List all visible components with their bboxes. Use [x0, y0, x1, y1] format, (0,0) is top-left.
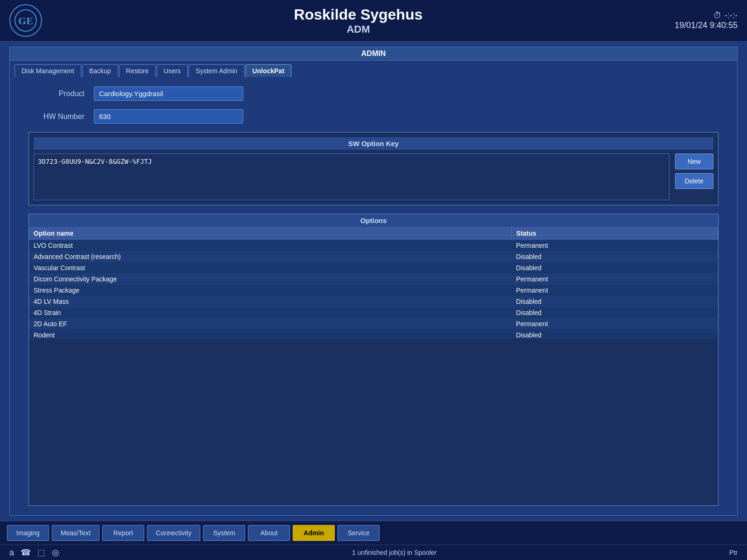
table-row[interactable]: Dicom Connectivity PackagePermanent — [29, 273, 718, 285]
option-name-cell: Rodent — [29, 329, 511, 339]
options-table-wrapper[interactable]: Option name Status LVO ContrastPermanent… — [29, 227, 718, 339]
delete-button[interactable]: Delete — [675, 173, 713, 189]
option-name-cell: LVO Contrast — [29, 240, 511, 251]
header-title: Roskilde Sygehus — [42, 6, 675, 23]
product-input[interactable] — [94, 86, 243, 101]
option-name-cell: Vascular Contrast — [29, 262, 511, 273]
nav-admin[interactable]: Admin — [293, 525, 335, 541]
tab-users[interactable]: Users — [157, 64, 188, 77]
header: GE Roskilde Sygehus ADM ⏱ -:-:- 19/01/24… — [0, 0, 747, 42]
main-area: ADMIN Disk Management Backup Restore Use… — [0, 42, 747, 520]
timer-icon: ⏱ — [713, 11, 722, 21]
option-status-cell: Permanent — [511, 273, 718, 285]
sw-option-inner: 3D723-G8UU9-N&C2V-8&GZW-%FJTJ New Delete — [34, 154, 713, 200]
hw-number-row: HW Number — [24, 109, 723, 124]
tabs-row: Disk Management Backup Restore Users Sys… — [10, 61, 737, 77]
panel-content: Product HW Number SW Option Key 3D723-G8… — [10, 77, 737, 515]
header-center: Roskilde Sygehus ADM — [42, 6, 675, 35]
status-bar: a ☎ ⬚ ◎ 1 unfinished job(s) in Spooler P… — [0, 545, 747, 560]
admin-panel: ADMIN Disk Management Backup Restore Use… — [9, 47, 738, 516]
table-row[interactable]: Vascular ContrastDisabled — [29, 262, 718, 273]
svg-text:GE: GE — [18, 15, 33, 27]
nav-connectivity[interactable]: Connectivity — [147, 525, 200, 541]
options-table: Option name Status LVO ContrastPermanent… — [29, 227, 718, 339]
header-subtitle: ADM — [42, 23, 675, 35]
nav-system[interactable]: System — [203, 525, 245, 541]
option-status-cell: Disabled — [511, 329, 718, 339]
col-option-name: Option name — [29, 227, 511, 240]
col-status: Status — [511, 227, 718, 240]
nav-about[interactable]: About — [248, 525, 290, 541]
option-status-cell: Disabled — [511, 251, 718, 262]
option-name-cell: 4D LV Mass — [29, 296, 511, 307]
table-row[interactable]: 4D StrainDisabled — [29, 307, 718, 318]
sw-option-title: SW Option Key — [34, 137, 713, 150]
tab-unlockpat[interactable]: UnlockPat — [246, 64, 291, 77]
table-row[interactable]: Advanced Contrast (research)Disabled — [29, 251, 718, 262]
status-icon-monitor[interactable]: ⬚ — [37, 547, 45, 558]
option-name-cell: 4D Strain — [29, 307, 511, 318]
table-row[interactable]: 2D Auto EFPermanent — [29, 318, 718, 329]
product-row: Product — [24, 86, 723, 101]
nav-service[interactable]: Service — [338, 525, 380, 541]
sw-option-section: SW Option Key 3D723-G8UU9-N&C2V-8&GZW-%F… — [28, 132, 719, 205]
option-status-cell: Disabled — [511, 296, 718, 307]
option-name-cell: Stress Package — [29, 285, 511, 296]
status-left: a ☎ ⬚ ◎ — [9, 547, 59, 558]
ge-logo: GE — [9, 4, 42, 37]
product-label: Product — [24, 90, 85, 98]
option-status-cell: Permanent — [511, 318, 718, 329]
tab-backup[interactable]: Backup — [82, 64, 118, 77]
ptr-label: Ptr — [729, 549, 738, 556]
options-title: Options — [29, 214, 718, 227]
option-status-cell: Disabled — [511, 262, 718, 273]
header-right: ⏱ -:-:- 19/01/24 9:40:55 — [675, 11, 738, 30]
option-name-cell: Advanced Contrast (research) — [29, 251, 511, 262]
sw-option-textarea[interactable]: 3D723-G8UU9-N&C2V-8&GZW-%FJTJ — [34, 154, 669, 200]
status-icon-circle[interactable]: ◎ — [52, 547, 59, 558]
status-icon-phone[interactable]: ☎ — [21, 547, 31, 558]
hw-number-label: HW Number — [24, 112, 85, 121]
bottom-nav: Imaging Meas/Text Report Connectivity Sy… — [0, 520, 747, 545]
nav-report[interactable]: Report — [102, 525, 144, 541]
option-status-cell: Permanent — [511, 240, 718, 251]
datetime: 19/01/24 9:40:55 — [675, 21, 738, 30]
table-row[interactable]: RodentDisabled — [29, 329, 718, 339]
nav-meas-text[interactable]: Meas/Text — [52, 525, 99, 541]
hw-number-input[interactable] — [94, 109, 243, 124]
option-status-cell: Disabled — [511, 307, 718, 318]
time-icon: ⏱ -:-:- — [675, 11, 738, 21]
nav-imaging[interactable]: Imaging — [7, 525, 49, 541]
options-header-row: Option name Status — [29, 227, 718, 240]
sw-option-buttons: New Delete — [675, 154, 713, 200]
tab-system-admin[interactable]: System Admin — [189, 64, 244, 77]
options-section: Options Option name Status LVO ContrastP… — [28, 214, 719, 506]
option-name-cell: 2D Auto EF — [29, 318, 511, 329]
option-name-cell: Dicom Connectivity Package — [29, 273, 511, 285]
option-status-cell: Permanent — [511, 285, 718, 296]
table-row[interactable]: 4D LV MassDisabled — [29, 296, 718, 307]
new-button[interactable]: New — [675, 154, 713, 169]
status-message: 1 unfinished job(s) in Spooler — [59, 549, 729, 556]
table-row[interactable]: LVO ContrastPermanent — [29, 240, 718, 251]
tab-restore[interactable]: Restore — [119, 64, 156, 77]
status-icon-a[interactable]: a — [9, 548, 14, 558]
table-row[interactable]: Stress PackagePermanent — [29, 285, 718, 296]
admin-title-bar: ADMIN — [10, 47, 737, 61]
tab-disk-management[interactable]: Disk Management — [14, 64, 81, 77]
